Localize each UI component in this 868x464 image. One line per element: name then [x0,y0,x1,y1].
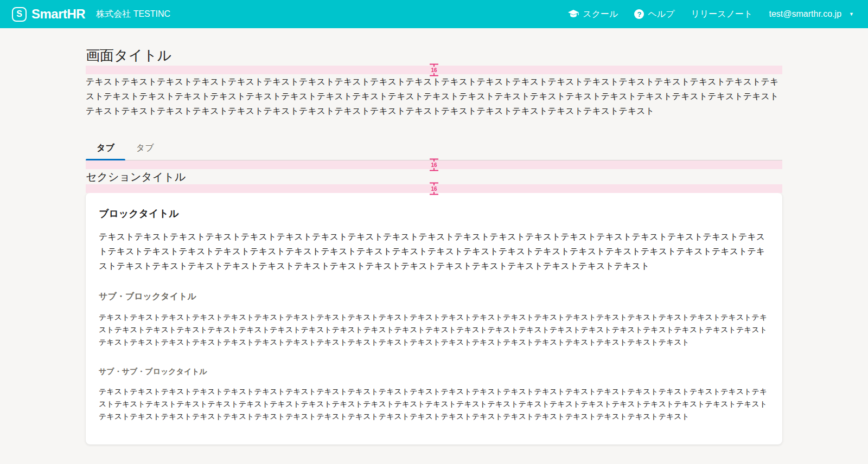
block-text: テキストテキストテキストテキストテキストテキストテキストテキストテキストテキスト… [99,229,769,273]
sub-block-title: サブ・ブロックタイトル [99,291,769,302]
release-notes-link[interactable]: リリースノート [691,9,753,20]
school-label: スクール [583,9,618,20]
account-menu[interactable]: test@smarthr.co.jp ▼ [769,9,854,19]
release-notes-label: リリースノート [691,9,753,20]
sub-sub-block-title: サブ・サブ・ブロックタイトル [99,366,769,377]
company-name: 株式会社 TESTINC [96,9,170,20]
brand-name: SmartHR [31,7,85,22]
spacing-measure-marker: 16 [427,63,441,76]
intro-text: テキストテキストテキストテキストテキストテキストテキストテキストテキストテキスト… [86,74,782,118]
graduation-cap-icon [568,10,579,18]
main-content: 画面タイトル 16 テキストテキストテキストテキストテキストテキストテキストテキ… [86,46,782,444]
svg-text:16: 16 [431,162,437,168]
smarthr-logo[interactable]: S SmartHR [12,7,85,22]
sub-block-text: テキストテキストテキストテキストテキストテキストテキストテキストテキストテキスト… [99,311,769,349]
spacing-indicator-2: 16 [86,160,782,169]
help-icon: ? [634,9,644,19]
header-nav: スクール ? ヘルプ リリースノート test@smarthr.co.jp ▼ [568,9,854,20]
sub-sub-block-text: テキストテキストテキストテキストテキストテキストテキストテキストテキストテキスト… [99,385,769,423]
spacing-measure-marker: 16 [427,182,441,195]
tab-bar: タブ タブ [86,136,782,160]
header-left: S SmartHR 株式会社 TESTINC [12,7,170,22]
chevron-down-icon: ▼ [849,11,854,17]
spacing-indicator-1: 16 [86,66,782,74]
page-title: 画面タイトル [86,46,782,65]
tab-1[interactable]: タブ [86,136,125,160]
school-link[interactable]: スクール [568,9,618,20]
spacing-measure-marker: 16 [427,158,441,171]
tab-2[interactable]: タブ [125,136,165,160]
block-title: ブロックタイトル [99,207,769,221]
help-label: ヘルプ [648,9,674,20]
svg-text:16: 16 [431,67,437,73]
help-link[interactable]: ? ヘルプ [634,9,674,20]
app-header: S SmartHR 株式会社 TESTINC スクール ? ヘルプ リリースノー… [0,0,868,28]
spacing-indicator-3: 16 [86,184,782,193]
content-card: ブロックタイトル テキストテキストテキストテキストテキストテキストテキストテキス… [86,193,782,444]
svg-text:16: 16 [431,186,437,192]
smarthr-logo-icon: S [12,7,27,22]
account-email: test@smarthr.co.jp [769,9,841,19]
